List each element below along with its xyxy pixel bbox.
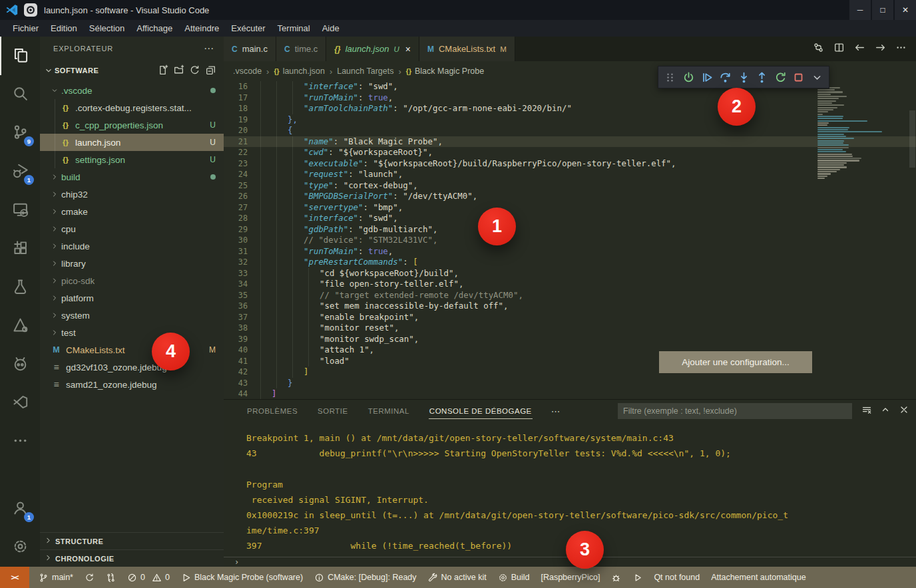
new-folder-icon[interactable]: [173, 65, 185, 76]
tree-item-build[interactable]: build: [40, 168, 224, 186]
menu-terminal[interactable]: Terminal: [272, 20, 316, 37]
activity-remote-explorer[interactable]: [0, 191, 40, 229]
tree-item-pico-sdk[interactable]: pico-sdk: [40, 272, 224, 289]
status-item-tools[interactable]: No active kit: [428, 573, 487, 583]
more-icon[interactable]: [895, 42, 907, 56]
activity-visual-studio[interactable]: [0, 384, 40, 422]
code-line-35[interactable]: 35// "target extended-remote /dev/ttyACM…: [224, 290, 916, 301]
activity-cmake[interactable]: [0, 307, 40, 345]
power-icon[interactable]: [681, 69, 697, 86]
code-line-44[interactable]: 44]: [224, 388, 916, 399]
step-into-icon[interactable]: [736, 69, 752, 86]
status-item-info[interactable]: CMake: [Debug]: Ready: [314, 573, 416, 583]
tab-launch-json[interactable]: {}launch.jsonU×: [326, 37, 419, 61]
breadcrumb-item[interactable]: Launch Targets: [337, 67, 393, 76]
tree-item-platform[interactable]: platform: [40, 289, 224, 307]
code-line-24[interactable]: 24"request": "launch",: [224, 169, 916, 180]
close-icon[interactable]: [899, 404, 909, 418]
code-line-34[interactable]: 34"file open-story-teller.elf",: [224, 279, 916, 290]
tree-item-samd21-ozone-jdebug[interactable]: ≡samd21_ozone.jdebug: [40, 376, 224, 393]
tree-item--vscode[interactable]: .vscode: [40, 82, 224, 99]
code-line-23[interactable]: 23"executable": "${workspaceRoot}/build/…: [224, 158, 916, 170]
code-line-29[interactable]: 29"gdbPath": "gdb-multiarch",: [224, 224, 916, 235]
code-line-18[interactable]: 18"armToolchainPath": "/opt/gcc-arm-none…: [224, 103, 916, 114]
breadcrumb-item[interactable]: Black Magic Probe: [415, 67, 484, 76]
code-line-40[interactable]: 40"attach 1",: [224, 345, 916, 356]
breadcrumb-item[interactable]: .vscode: [233, 67, 262, 76]
new-file-icon[interactable]: [157, 65, 169, 76]
panel-tab-sortie[interactable]: SORTIE: [317, 400, 349, 422]
code-line-30[interactable]: 30// "device": "STM32L431VC",: [224, 235, 916, 246]
code-line-22[interactable]: 22"cwd": "${workspaceRoot}",: [224, 147, 916, 158]
open-changes-icon[interactable]: [813, 42, 824, 56]
section-structure[interactable]: STRUCTURE: [40, 532, 224, 549]
status-item-compare[interactable]: [106, 573, 116, 583]
tree-item-cmake[interactable]: cmake: [40, 203, 224, 220]
code-line-37[interactable]: 37"enable breakpoint",: [224, 312, 916, 323]
code-line-36[interactable]: 36"set mem inaccessible-by-default off",: [224, 301, 916, 312]
code-line-26[interactable]: 26"BMPGDBSerialPort": "/dev/ttyACM0",: [224, 191, 916, 202]
menu-atteindre[interactable]: Atteindre: [178, 20, 225, 37]
arrow-left-icon[interactable]: [854, 42, 865, 56]
code-line-21[interactable]: 21"name": "Black Magic Probe",: [224, 136, 916, 148]
code-line-32[interactable]: 32"preRestartCommands": [: [224, 257, 916, 268]
tree-item--cortex-debug-registers-stat-[interactable]: {}.cortex-debug.registers.stat...: [40, 99, 224, 116]
code-line-19[interactable]: 19},: [224, 114, 916, 126]
code-line-41[interactable]: 41"load": [224, 356, 916, 367]
step-out-icon[interactable]: [754, 69, 770, 86]
code-editor[interactable]: 16"interface": "swd",17"runToMain": true…: [224, 81, 916, 399]
code-line-20[interactable]: 20{: [224, 125, 916, 136]
activity-search[interactable]: [0, 75, 40, 114]
activity-explorer[interactable]: [0, 37, 40, 75]
breadcrumb-item[interactable]: launch.json: [283, 67, 325, 76]
tree-item-library[interactable]: library: [40, 255, 224, 272]
activity-settings[interactable]: [0, 528, 40, 567]
debug-filter-input[interactable]: [618, 403, 852, 419]
menu-exécuter[interactable]: Exécuter: [225, 20, 271, 37]
stop-icon[interactable]: [791, 69, 807, 86]
activity-run-debug[interactable]: 1: [0, 152, 40, 191]
tree-item-cmakelists-txt[interactable]: MCMakeLists.txtM: [40, 341, 224, 359]
section-chronologie[interactable]: CHRONOLOGIE: [40, 549, 224, 567]
tree-item-include[interactable]: include: [40, 237, 224, 255]
chevron-down-icon[interactable]: [809, 69, 825, 86]
status-item-qt-not-found[interactable]: Qt not found: [654, 573, 700, 582]
menu-aide[interactable]: Aide: [316, 20, 345, 37]
tree-item-gd32vf103-ozone-jdebug[interactable]: ≡gd32vf103_ozone.jdebug: [40, 359, 224, 376]
explorer-more-icon[interactable]: ⋯: [204, 43, 214, 55]
activity-platformio[interactable]: [0, 345, 40, 384]
continue-icon[interactable]: [699, 69, 715, 86]
activity-testing[interactable]: [0, 268, 40, 307]
status-item-sync[interactable]: [85, 573, 95, 583]
panel-tab-console-de-d-bogage[interactable]: CONSOLE DE DÉBOGAGE: [429, 400, 533, 422]
status-item-warning[interactable]: 0: [152, 573, 170, 583]
tree-item-launch-json[interactable]: {}launch.jsonU: [40, 134, 224, 151]
panel-tab-terminal[interactable]: TERMINAL: [367, 400, 410, 422]
status-item-play[interactable]: [632, 573, 642, 583]
tree-item-settings-json[interactable]: {}settings.jsonU: [40, 151, 224, 168]
status-item-attachement-automatique[interactable]: Attachement automatique: [711, 573, 805, 582]
activity-more[interactable]: [0, 422, 40, 461]
code-line-27[interactable]: 27"servertype": "bmp",: [224, 202, 916, 214]
panel-tab-probl-mes[interactable]: PROBLÈMES: [246, 400, 298, 422]
tree-item-chip32[interactable]: chip32: [40, 186, 224, 203]
code-line-33[interactable]: 33"cd ${workspaceRoot}/build",: [224, 268, 916, 279]
code-line-39[interactable]: 39"monitor swdp_scan",: [224, 334, 916, 345]
editor-scrollbar[interactable]: [909, 110, 915, 168]
chevron-up-icon[interactable]: [880, 404, 891, 418]
code-line-25[interactable]: 25"type": "cortex-debug",: [224, 180, 916, 192]
menu-fichier[interactable]: Fichier: [7, 20, 45, 37]
activity-source-control[interactable]: 9: [0, 114, 40, 152]
status-item-bug[interactable]: [611, 573, 621, 583]
panel-more-icon[interactable]: ⋯: [551, 406, 561, 416]
tree-item-cpu[interactable]: cpu: [40, 220, 224, 237]
tree-item-c-cpp-properties-json[interactable]: {}c_cpp_properties.jsonU: [40, 116, 224, 134]
status-item-branch[interactable]: main*: [39, 573, 73, 583]
menu-sélection[interactable]: Sélection: [83, 20, 130, 37]
code-line-17[interactable]: 17"runToMain": true,: [224, 92, 916, 104]
remote-indicator[interactable]: ><: [0, 567, 29, 588]
minimize-button[interactable]: ─: [849, 0, 871, 20]
code-line-43[interactable]: 43}: [224, 378, 916, 389]
maximize-button[interactable]: □: [872, 0, 893, 20]
restart-icon[interactable]: [772, 69, 788, 86]
